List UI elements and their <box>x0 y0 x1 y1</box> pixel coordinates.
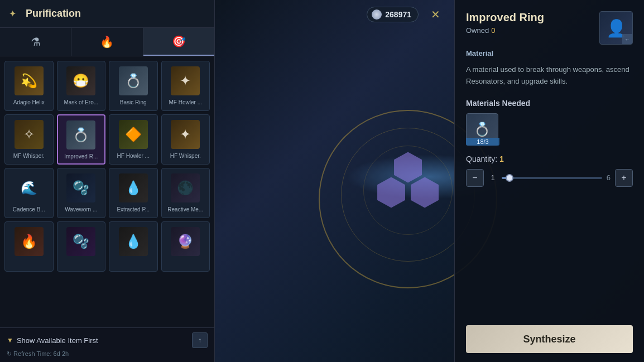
item-icon-area: 💧 <box>117 172 150 204</box>
item-icon-area: 🌑 <box>169 172 201 204</box>
grid-item-item1[interactable]: 💫 Adagio Helix <box>4 61 54 111</box>
item-icon: 😷 <box>66 66 95 95</box>
grid-item-item10[interactable]: 🫧 Waveworn ... <box>57 168 106 218</box>
item-label: MF Whisper. <box>7 153 51 160</box>
grid-item-item15[interactable]: 💧 <box>109 221 158 272</box>
item-label: HF Whisper. <box>164 153 208 160</box>
item-description: A material used to break through weapons… <box>466 64 633 88</box>
tab-bar: ⚗ 🔥 🎯 <box>0 28 214 56</box>
tab-2-icon: 🔥 <box>100 35 114 49</box>
show-available-toggle[interactable]: ▼ Show Available Item First <box>7 336 98 345</box>
synthesize-button[interactable]: Synthesize <box>466 325 633 353</box>
material-emoji: 💍 <box>474 122 491 137</box>
item-icon: 💧 <box>119 227 148 256</box>
grid-item-item2[interactable]: 😷 Mask of Ero... <box>57 61 106 111</box>
grid-item-item4[interactable]: ✦ MF Howler ... <box>161 61 210 111</box>
item-icon-area: 💫 <box>13 65 45 97</box>
grid-item-item8[interactable]: ✦ HF Whisper. <box>161 114 210 165</box>
left-panel: ✦ Purification ⚗ 🔥 🎯 💫 Adagio Helix 😷 Ma… <box>0 0 215 362</box>
item-icon: 🔶 <box>119 120 148 149</box>
item-icon: 💍 <box>66 120 95 149</box>
quantity-decrease-button[interactable]: − <box>466 169 484 187</box>
grid-item-item9[interactable]: 🌊 Cadence B... <box>4 168 54 218</box>
owned-count: 0 <box>491 26 495 35</box>
grid-item-item14[interactable]: 🫧 <box>57 221 106 272</box>
item-icon-area: 💍 <box>65 119 97 151</box>
quantity-section: Quantity: 1 − 1 6 + <box>466 155 633 187</box>
hex-bot-right <box>411 177 439 208</box>
item-icon-area: 😷 <box>65 65 97 97</box>
item-label: Reactive Me... <box>164 206 208 213</box>
grid-item-item13[interactable]: 🔥 <box>4 221 54 272</box>
grid-item-item6[interactable]: 💍 Improved R... <box>57 114 106 165</box>
currency-icon <box>372 9 382 20</box>
item-icon-area: ✦ <box>169 118 201 151</box>
tab-2[interactable]: 🔥 <box>71 28 143 56</box>
sort-button[interactable]: ↑ <box>192 332 208 348</box>
item-name-section: Improved Ring Owned 0 <box>466 11 544 35</box>
refresh-icon: ↻ <box>7 350 13 357</box>
item-icon: ✦ <box>171 66 200 95</box>
item-icon: 💍 <box>119 66 148 95</box>
character-avatar: 👤 ← <box>599 11 633 45</box>
avatar-back-button[interactable]: ← <box>622 34 632 44</box>
item-label: HF Howler ... <box>112 153 155 160</box>
material-count: 18/3 <box>466 138 499 146</box>
item-icon-area: 🫧 <box>65 172 97 204</box>
tab-1[interactable]: ⚗ <box>0 28 71 56</box>
materials-label: Materials Needed <box>466 99 633 108</box>
item-icon-area: 🫧 <box>65 225 97 258</box>
item-name-row: Improved Ring Owned 0 👤 ← <box>466 11 633 45</box>
grid-item-item5[interactable]: ✧ MF Whisper. <box>4 114 54 165</box>
item-icon: 🫧 <box>66 227 95 256</box>
item-label: Adagio Helix <box>7 99 51 106</box>
hex-pattern <box>374 152 441 225</box>
item-label: Cadence B... <box>7 206 51 213</box>
panel-title: Purification <box>26 8 81 20</box>
currency-badge: 268971 <box>367 7 419 22</box>
tab-1-icon: ⚗ <box>31 35 41 49</box>
footer-row1: ▼ Show Available Item First ↑ <box>7 332 208 348</box>
panel-footer: ▼ Show Available Item First ↑ ↻ Refresh … <box>0 327 214 362</box>
grid-item-item16[interactable]: 🔮 <box>161 221 210 272</box>
item-icon: 🔮 <box>171 227 200 256</box>
item-icon: ✦ <box>171 120 200 149</box>
grid-item-item3[interactable]: 💍 Basic Ring <box>109 61 158 111</box>
item-icon-area: 💍 <box>117 65 150 97</box>
quantity-max: 6 <box>607 173 611 182</box>
item-icon: 🌑 <box>171 173 200 202</box>
grid-item-item11[interactable]: 💧 Extracted P... <box>109 168 158 218</box>
tab-3-icon: 🎯 <box>172 35 186 48</box>
item-icon-area: ✦ <box>169 65 201 97</box>
item-label: Improved R... <box>60 153 103 160</box>
item-icon: 💫 <box>15 66 44 95</box>
item-label: Mask of Ero... <box>60 99 103 106</box>
quantity-increase-button[interactable]: + <box>615 169 633 187</box>
close-button[interactable]: ✕ <box>425 4 445 25</box>
type-label: Material <box>466 49 633 57</box>
item-label: MF Howler ... <box>164 99 208 106</box>
owned-label: Owned <box>466 26 489 35</box>
grid-item-item12[interactable]: 🌑 Reactive Me... <box>161 168 210 218</box>
currency-amount: 268971 <box>385 10 411 19</box>
grid-item-item7[interactable]: 🔶 HF Howler ... <box>109 114 158 165</box>
item-icon-area: 💧 <box>117 225 150 258</box>
item-icon: 🫧 <box>66 173 95 202</box>
sort-icon: ↑ <box>198 336 201 344</box>
item-label: Basic Ring <box>112 99 155 106</box>
item-icon-area: 🔶 <box>117 118 150 151</box>
item-name: Improved Ring <box>466 11 544 24</box>
chevron-down-icon: ▼ <box>7 336 13 344</box>
purification-icon: ✦ <box>9 8 20 20</box>
item-icon: 💧 <box>119 173 148 202</box>
refresh-time: ↻ Refresh Time: 6d 2h <box>7 350 208 358</box>
top-bar: 268971 ✕ <box>215 4 454 25</box>
quantity-value: 1 <box>499 155 504 163</box>
item-icon-area: 🌊 <box>13 172 45 204</box>
hex-top <box>394 152 422 183</box>
item-icon-area: 🔥 <box>13 225 45 258</box>
material-item: 💍 18/3 <box>466 113 633 146</box>
quantity-slider[interactable] <box>502 177 602 179</box>
item-icon-area: 🔮 <box>169 225 201 258</box>
tab-3[interactable]: 🎯 <box>143 28 214 56</box>
